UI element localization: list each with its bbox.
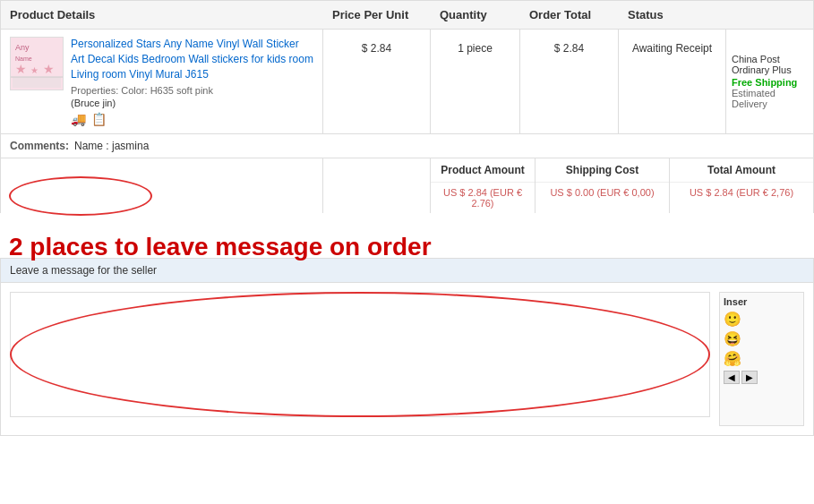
- page-wrapper: Product Details Price Per Unit Quantity …: [0, 0, 814, 436]
- svg-text:★: ★: [30, 65, 39, 75]
- order-table-header: Product Details Price Per Unit Quantity …: [0, 0, 814, 29]
- total-amount-value: US $ 2.84 (EUR € 2,76): [670, 183, 813, 202]
- leave-message-body: Inser 🙂 😆 🤗 ◀ ▶: [1, 283, 813, 435]
- totals-shipping-col: Shipping Cost US $ 0.00 (EUR € 0,00): [536, 158, 670, 213]
- emoji-smile[interactable]: 🙂: [724, 311, 741, 328]
- comments-row: Comments: Name : jasmina: [0, 133, 814, 158]
- totals-total-col: Total Amount US $ 2.84 (EUR € 2,76): [670, 158, 813, 213]
- svg-rect-6: [13, 77, 61, 88]
- order-product-row: Any Name ★ ★ ★ Personalized Stars Any Na…: [0, 29, 814, 133]
- insert-nav: ◀ ▶: [724, 371, 800, 384]
- emoji-row-3: 🤗: [724, 350, 800, 367]
- product-amount-value: US $ 2.84 (EUR € 2.76): [431, 183, 535, 213]
- col-total-header: Order Total: [529, 8, 628, 21]
- annotation-text: 2 places to leave message on order: [9, 233, 432, 261]
- product-qty-cell: 1 piece: [431, 30, 520, 133]
- svg-text:★: ★: [15, 62, 27, 76]
- svg-text:Name: Name: [15, 56, 32, 62]
- leave-message-section: Leave a message for the seller Inser 🙂 😆…: [0, 258, 814, 436]
- totals-empty: [1, 158, 323, 213]
- product-qty: 1 piece: [458, 42, 493, 55]
- svg-text:★: ★: [43, 62, 55, 76]
- message-textarea[interactable]: [10, 292, 710, 417]
- totals-product-col: Product Amount US $ 2.84 (EUR € 2.76): [431, 158, 536, 213]
- shipping-method: China Post Ordinary Plus: [732, 54, 808, 75]
- status-badge: Awaiting Receipt: [632, 42, 712, 55]
- estimated-delivery: Estimated Delivery: [732, 88, 808, 109]
- totals-row: Product Amount US $ 2.84 (EUR € 2.76) Sh…: [0, 158, 814, 213]
- col-product-header: Product Details: [10, 8, 332, 21]
- insert-panel: Inser 🙂 😆 🤗 ◀ ▶: [719, 292, 804, 426]
- comments-label: Comments:: [10, 140, 69, 152]
- product-info: Personalized Stars Any Name Vinyl Wall S…: [71, 37, 313, 126]
- product-total: $ 2.84: [554, 42, 584, 55]
- product-name[interactable]: Personalized Stars Any Name Vinyl Wall S…: [71, 37, 313, 81]
- emoji-row-1: 🙂: [724, 311, 800, 328]
- insert-prev-button[interactable]: ◀: [724, 371, 740, 384]
- product-thumbnail: Any Name ★ ★ ★: [10, 37, 64, 90]
- product-total-cell: $ 2.84: [520, 30, 619, 133]
- leave-message-header: Leave a message for the seller: [1, 259, 813, 283]
- message-textarea-wrapper: [10, 292, 710, 426]
- emoji-spacer: [743, 311, 747, 328]
- free-shipping-label: Free Shipping: [732, 77, 797, 88]
- truck-icon[interactable]: 🚚: [71, 112, 86, 126]
- product-price-cell: $ 2.84: [323, 30, 431, 133]
- totals-spacer: [323, 158, 431, 213]
- insert-next-button[interactable]: ▶: [741, 371, 758, 384]
- emoji-hug[interactable]: 🤗: [724, 350, 741, 367]
- shipping-cost-label: Shipping Cost: [536, 158, 669, 183]
- comments-value: Name : jasmina: [74, 140, 149, 152]
- col-status-header: Status: [628, 8, 735, 21]
- product-left: Any Name ★ ★ ★ Personalized Stars Any Na…: [1, 30, 323, 133]
- total-amount-label: Total Amount: [670, 158, 813, 183]
- insert-panel-header: Inser: [724, 296, 800, 307]
- emoji-laughing[interactable]: 😆: [724, 330, 741, 347]
- emoji-row-2: 😆: [724, 330, 800, 347]
- product-right: $ 2.84 1 piece $ 2.84 Awaiting Receipt C…: [323, 30, 813, 133]
- product-amount-label: Product Amount: [431, 158, 535, 183]
- product-properties: Properties: Color: H635 soft pink: [71, 85, 313, 96]
- product-status-cell: Awaiting Receipt: [619, 30, 726, 133]
- product-buyer: (Bruce jin): [71, 98, 313, 108]
- col-price-header: Price Per Unit: [332, 8, 440, 21]
- shipping-cost-value: US $ 0.00 (EUR € 0,00): [536, 183, 669, 202]
- col-qty-header: Quantity: [440, 8, 529, 21]
- product-price: $ 2.84: [362, 42, 391, 55]
- product-icons: 🚚 📋: [71, 112, 313, 126]
- product-shipping-cell: China Post Ordinary Plus Free Shipping E…: [726, 30, 813, 133]
- document-icon[interactable]: 📋: [91, 112, 107, 126]
- col-shipping-header: [735, 8, 804, 21]
- svg-text:Any: Any: [15, 43, 30, 52]
